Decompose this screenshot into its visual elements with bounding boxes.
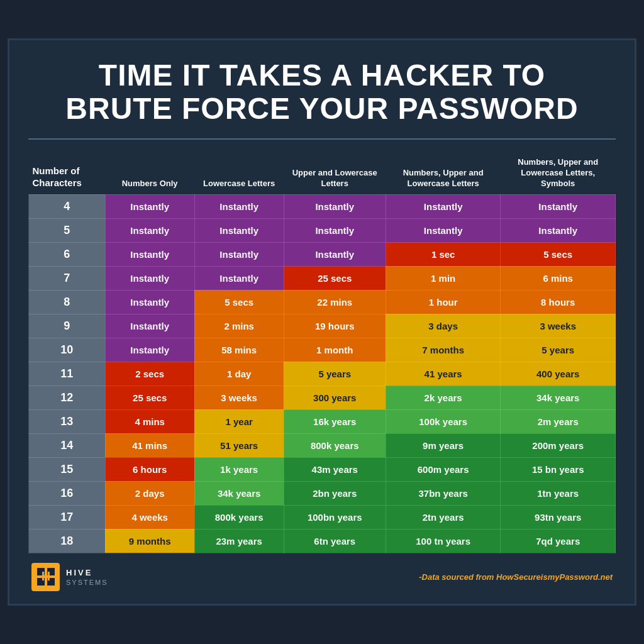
cell-c5: 37bn years xyxy=(386,481,501,505)
cell-c5: 1 min xyxy=(386,266,501,290)
cell-c6: 1tn years xyxy=(501,481,616,505)
cell-c2: Instantly xyxy=(105,338,194,362)
cell-c5: Instantly xyxy=(386,218,501,242)
cell-c3: Instantly xyxy=(194,194,284,218)
char-count-cell: 18 xyxy=(29,529,106,553)
cell-c2: 4 mins xyxy=(105,409,194,433)
cell-c4: 100bn years xyxy=(284,505,386,529)
divider xyxy=(28,138,616,140)
cell-c2: Instantly xyxy=(105,218,194,242)
cell-c4: 22 mins xyxy=(284,290,386,314)
table-row: 7InstantlyInstantly25 secs1 min6 mins xyxy=(29,266,616,290)
cell-c2: Instantly xyxy=(105,290,194,314)
cell-c5: 3 days xyxy=(386,314,501,338)
table-body: 4InstantlyInstantlyInstantlyInstantlyIns… xyxy=(29,194,616,553)
cell-c5: 9m years xyxy=(386,433,501,457)
cell-c3: Instantly xyxy=(194,242,284,266)
cell-c6: 7qd years xyxy=(501,529,616,553)
cell-c4: 25 secs xyxy=(284,266,386,290)
table-row: 8Instantly5 secs22 mins1 hour8 hours xyxy=(29,290,616,314)
cell-c5: 100k years xyxy=(386,409,501,433)
table-row: 5InstantlyInstantlyInstantlyInstantlyIns… xyxy=(29,218,616,242)
cell-c2: 41 mins xyxy=(105,433,194,457)
cell-c6: 34k years xyxy=(501,386,616,409)
cell-c2: 25 secs xyxy=(105,386,194,409)
cell-c3: 2 mins xyxy=(194,314,284,338)
cell-c5: 7 months xyxy=(386,338,501,362)
char-count-cell: 10 xyxy=(29,338,106,362)
logo-sub: SYSTEMS xyxy=(66,579,108,586)
cell-c3: 3 weeks xyxy=(194,386,284,409)
cell-c5: Instantly xyxy=(386,194,501,218)
cell-c4: Instantly xyxy=(284,218,386,242)
cell-c6: 15 bn years xyxy=(501,457,616,481)
cell-c3: 51 years xyxy=(194,433,284,457)
char-count-cell: 17 xyxy=(29,505,106,529)
cell-c4: 2bn years xyxy=(284,481,386,505)
table-row: 189 months23m years6tn years100 tn years… xyxy=(29,529,616,553)
table-row: 1225 secs3 weeks300 years2k years34k yea… xyxy=(29,386,616,409)
table-row: 134 mins1 year16k years100k years2m year… xyxy=(29,409,616,433)
logo-name: HIVE xyxy=(66,567,108,579)
cell-c5: 600m years xyxy=(386,457,501,481)
cell-c3: 34k years xyxy=(194,481,284,505)
cell-c3: 800k years xyxy=(194,505,284,529)
cell-c4: 800k years xyxy=(284,433,386,457)
cell-c5: 41 years xyxy=(386,362,501,386)
header-col1: Number of Characters xyxy=(29,152,106,194)
cell-c6: 93tn years xyxy=(501,505,616,529)
cell-c4: 19 hours xyxy=(284,314,386,338)
cell-c3: 58 mins xyxy=(194,338,284,362)
char-count-cell: 13 xyxy=(29,409,106,433)
cell-c4: 43m years xyxy=(284,457,386,481)
table-row: 1441 mins51 years800k years9m years200m … xyxy=(29,433,616,457)
cell-c2: 2 days xyxy=(105,481,194,505)
title-line2: BRUTE FORCE YOUR PASSWORD xyxy=(65,92,578,125)
title-line1: TIME IT TAKES A HACKER TO xyxy=(99,58,545,92)
cell-c6: 5 secs xyxy=(501,242,616,266)
cell-c2: 9 months xyxy=(105,529,194,553)
cell-c2: Instantly xyxy=(105,314,194,338)
char-count-cell: 4 xyxy=(29,194,106,218)
cell-c4: 6tn years xyxy=(284,529,386,553)
cell-c5: 2k years xyxy=(386,386,501,409)
cell-c3: Instantly xyxy=(194,266,284,290)
char-count-cell: 5 xyxy=(29,218,106,242)
header-row: Number of Characters Numbers Only Lowerc… xyxy=(29,152,616,194)
cell-c4: 16k years xyxy=(284,409,386,433)
char-count-cell: 15 xyxy=(29,457,106,481)
cell-c6: 6 mins xyxy=(501,266,616,290)
table-row: 4InstantlyInstantlyInstantlyInstantlyIns… xyxy=(29,194,616,218)
table-row: 156 hours1k years43m years600m years15 b… xyxy=(29,457,616,481)
table-row: 10Instantly58 mins1 month7 months5 years xyxy=(29,338,616,362)
cell-c6: 3 weeks xyxy=(501,314,616,338)
logo: H HIVE SYSTEMS xyxy=(31,563,108,591)
password-table: Number of Characters Numbers Only Lowerc… xyxy=(28,152,616,553)
data-source: -Data sourced from HowSecureismyPassword… xyxy=(419,572,613,582)
cell-c4: 300 years xyxy=(284,386,386,409)
table-row: 174 weeks800k years100bn years2tn years9… xyxy=(29,505,616,529)
table-row: 6InstantlyInstantlyInstantly1 sec5 secs xyxy=(29,242,616,266)
cell-c3: 23m years xyxy=(194,529,284,553)
table-row: 162 days34k years2bn years37bn years1tn … xyxy=(29,481,616,505)
table-row: 9Instantly2 mins19 hours3 days3 weeks xyxy=(29,314,616,338)
char-count-cell: 11 xyxy=(29,362,106,386)
main-title: TIME IT TAKES A HACKER TO BRUTE FORCE YO… xyxy=(28,59,616,126)
char-count-cell: 12 xyxy=(29,386,106,409)
char-count-cell: 8 xyxy=(29,290,106,314)
logo-text-block: HIVE SYSTEMS xyxy=(66,567,108,586)
cell-c4: 1 month xyxy=(284,338,386,362)
cell-c5: 2tn years xyxy=(386,505,501,529)
svg-text:H: H xyxy=(41,569,50,583)
cell-c6: 200m years xyxy=(501,433,616,457)
char-count-cell: 14 xyxy=(29,433,106,457)
cell-c2: 6 hours xyxy=(105,457,194,481)
header-col3: Lowercase Letters xyxy=(194,152,284,194)
cell-c6: 400 years xyxy=(501,362,616,386)
cell-c5: 100 tn years xyxy=(386,529,501,553)
cell-c6: Instantly xyxy=(501,194,616,218)
cell-c3: 1k years xyxy=(194,457,284,481)
header-col2: Numbers Only xyxy=(105,152,194,194)
header-col5: Numbers, Upper and Lowercase Letters xyxy=(386,152,501,194)
table-container: Number of Characters Numbers Only Lowerc… xyxy=(28,152,616,553)
